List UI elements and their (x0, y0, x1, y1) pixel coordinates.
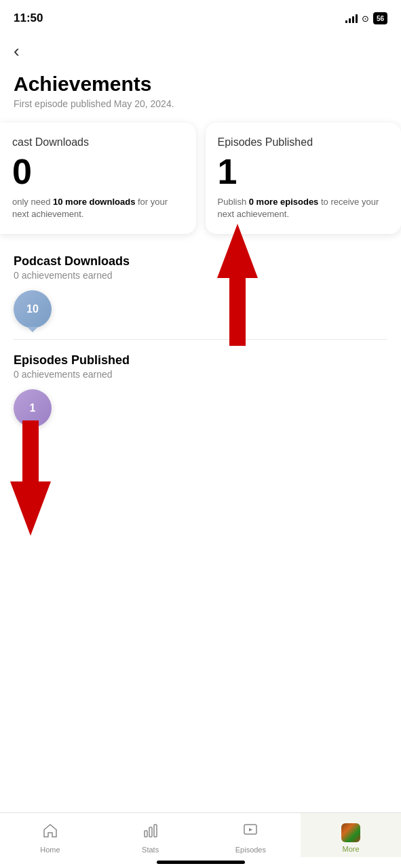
status-icons: ⊙ 56 (345, 12, 387, 24)
stat-card-episodes-desc: Publish 0 more episodes to receive your … (218, 196, 389, 220)
svg-rect-3 (149, 827, 152, 837)
podcast-downloads-title: Podcast Downloads (14, 254, 387, 269)
status-bar: 11:50 ⊙ 56 (0, 0, 401, 34)
episodes-published-title: Episodes Published (14, 353, 387, 368)
stats-cards-row: cast Downloads 0 only need 10 more downl… (0, 123, 401, 234)
bottom-nav: Home Stats Episodes More (0, 812, 401, 868)
nav-more[interactable]: More (301, 813, 401, 857)
stat-card-episodes-number: 1 (218, 154, 389, 189)
episodes-published-subtitle: 0 achievements earned (14, 369, 387, 380)
user-avatar (341, 823, 360, 842)
nav-home[interactable]: Home (0, 813, 100, 857)
stat-card-downloads: cast Downloads 0 only need 10 more downl… (0, 123, 196, 234)
section-divider (14, 339, 387, 340)
wifi-icon: ⊙ (362, 14, 369, 24)
chevron-left-icon: ‹ (14, 41, 20, 61)
stat-card-episodes: Episodes Published 1 Publish 0 more epis… (206, 123, 402, 234)
page-header: Achievements First episode published May… (0, 67, 401, 123)
nav-episodes-label: Episodes (235, 846, 266, 854)
back-button[interactable]: ‹ (0, 34, 401, 62)
svg-marker-1 (10, 420, 51, 536)
page-subtitle: First episode published May 20, 2024. (14, 98, 387, 109)
signal-icon (345, 14, 358, 23)
nav-more-label: More (343, 845, 360, 853)
home-icon (42, 823, 58, 843)
nav-stats[interactable]: Stats (100, 813, 201, 857)
stat-card-episodes-title: Episodes Published (218, 136, 389, 149)
episodes-icon (242, 823, 259, 843)
episodes-published-section: Episodes Published 0 achievements earned… (0, 353, 401, 427)
page-title: Achievements (14, 73, 387, 96)
svg-rect-4 (154, 825, 157, 837)
more-avatar-icon (341, 823, 360, 842)
status-time: 11:50 (14, 12, 43, 25)
home-indicator (157, 861, 245, 864)
svg-marker-6 (249, 828, 252, 831)
nav-stats-label: Stats (142, 846, 159, 854)
svg-marker-0 (217, 224, 258, 346)
annotation-arrow-up (204, 224, 271, 346)
podcast-downloads-section: Podcast Downloads 0 achievements earned … (0, 254, 401, 328)
battery-icon: 56 (373, 12, 387, 24)
stat-card-downloads-desc: only need 10 more downloads for your nex… (12, 196, 184, 220)
nav-episodes[interactable]: Episodes (201, 813, 301, 857)
nav-home-label: Home (40, 846, 60, 854)
stats-icon (142, 823, 159, 843)
podcast-downloads-badge: 10 (14, 290, 52, 328)
podcast-downloads-subtitle: 0 achievements earned (14, 270, 387, 281)
annotation-arrow-down (0, 420, 61, 536)
stat-card-downloads-number: 0 (12, 154, 184, 189)
svg-rect-2 (145, 831, 147, 837)
stat-card-downloads-title: cast Downloads (12, 136, 184, 149)
